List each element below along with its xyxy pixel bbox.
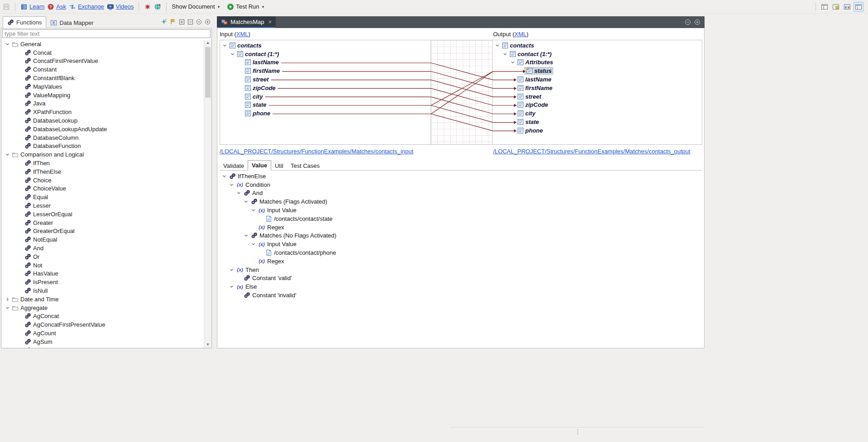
tree-group-row[interactable]: Aggregate	[1, 304, 204, 312]
chevron-icon[interactable]	[229, 284, 234, 289]
tab-validate[interactable]: Validate	[220, 161, 248, 171]
function-item[interactable]: Greater	[1, 219, 204, 227]
function-item[interactable]: DatabaseFunction	[1, 142, 204, 151]
function-item[interactable]: IfThen	[1, 159, 204, 167]
save-icon[interactable]	[3, 3, 10, 10]
maximize-icon[interactable]	[694, 19, 700, 25]
resource-perspective-button[interactable]	[831, 2, 841, 12]
schema-node[interactable]: city	[220, 92, 431, 101]
chevron-icon[interactable]	[230, 52, 235, 57]
test-run-label[interactable]: Test Run	[236, 3, 259, 10]
chevron-icon[interactable]	[251, 208, 256, 213]
function-item[interactable]: Or	[1, 252, 204, 261]
functions-scrollbar[interactable]: ▲ ▼	[204, 40, 211, 348]
input-structure-link[interactable]: /LOCAL_PROJECT/Structures/FunctionExampl…	[220, 148, 413, 155]
chevron-icon[interactable]	[495, 43, 500, 48]
chevron-icon[interactable]	[251, 242, 256, 247]
chevron-icon[interactable]	[244, 199, 249, 204]
schema-node[interactable]: city	[493, 109, 702, 118]
chevron-icon[interactable]	[5, 152, 10, 157]
scrollbar-thumb[interactable]	[205, 47, 211, 98]
ask-link[interactable]: Ask	[47, 3, 66, 10]
function-item[interactable]: IsPresent	[1, 278, 204, 286]
videos-link[interactable]: Videos	[107, 3, 134, 10]
function-item[interactable]: GreaterOrEqual	[1, 227, 204, 236]
value-tree-row[interactable]: And	[220, 189, 703, 198]
mapping-canvas[interactable]	[431, 40, 493, 144]
exchange-link[interactable]: Exchange	[69, 3, 104, 10]
filter-input[interactable]	[2, 29, 211, 38]
schema-node[interactable]: firstName	[220, 67, 431, 75]
function-item[interactable]: DatabaseColumn	[1, 133, 204, 142]
input-xml-link[interactable]: XML	[236, 31, 249, 38]
function-item[interactable]: Concat	[1, 48, 204, 57]
value-tree-row[interactable]: IfThenElse	[220, 172, 703, 181]
tab-functions[interactable]: Functions	[3, 16, 46, 28]
test-run-button[interactable]: Test Run ▾	[227, 3, 264, 10]
schema-node[interactable]: contacts	[493, 41, 702, 50]
tab-matchesmap[interactable]: MatchesMap ×	[217, 16, 276, 28]
schema-node[interactable]: phone	[493, 126, 702, 135]
schema-node[interactable]: Attributes	[493, 58, 702, 67]
function-item[interactable]: ConcatFirstPresentValue	[1, 57, 204, 66]
function-item[interactable]: HasValue	[1, 270, 204, 278]
chevron-icon[interactable]	[510, 60, 515, 65]
scroll-down-icon[interactable]: ▼	[204, 342, 211, 347]
function-item[interactable]: XPathFunction	[1, 108, 204, 116]
exchange-link-label[interactable]: Exchange	[78, 3, 104, 10]
function-item[interactable]: MapValues	[1, 82, 204, 91]
function-item[interactable]: Java	[1, 100, 204, 108]
function-item[interactable]: And	[1, 244, 204, 252]
schema-node[interactable]: state	[220, 101, 431, 109]
value-tree-row[interactable]: Matches (Flags Activated)	[220, 197, 703, 206]
schema-node[interactable]: zipCode	[220, 84, 431, 92]
learn-link-label[interactable]: Learn	[29, 3, 44, 10]
function-item[interactable]: IsNull	[1, 286, 204, 295]
tree-group-row[interactable]: General	[1, 40, 204, 48]
chevron-down-icon[interactable]: ▾	[218, 5, 220, 9]
function-item[interactable]: Constant	[1, 65, 204, 74]
function-item[interactable]: AgConcatFirstPresentValue	[1, 320, 204, 329]
value-tree-row[interactable]: (x)Then	[220, 266, 703, 274]
videos-link-label[interactable]: Videos	[116, 3, 134, 10]
collapse-all-icon[interactable]	[187, 19, 193, 25]
function-item[interactable]	[1, 346, 204, 348]
function-item[interactable]: ChoiceValue	[1, 185, 204, 193]
tree-group-row[interactable]: Date and Time	[1, 295, 204, 304]
tab-value[interactable]: Value	[248, 160, 271, 171]
value-tree-row[interactable]: (x)Else	[220, 282, 703, 291]
trim-handle[interactable]: ⋮	[575, 428, 581, 435]
chevron-icon[interactable]	[229, 182, 234, 187]
value-tree-row[interactable]: (x)Regex	[220, 257, 703, 266]
tab-test-cases[interactable]: Test Cases	[287, 161, 323, 171]
schema-node[interactable]: street	[493, 92, 702, 101]
schema-node[interactable]: zipCode	[493, 101, 702, 109]
value-tree-row[interactable]: Constant 'invalid'	[220, 291, 703, 299]
function-item[interactable]: Choice	[1, 176, 204, 185]
current-perspective-button[interactable]	[854, 2, 863, 12]
value-tree-row[interactable]: (x)Input Value	[220, 240, 703, 248]
chevron-icon[interactable]	[503, 52, 508, 57]
mapping-perspective-button[interactable]	[842, 2, 852, 12]
schema-node[interactable]: street	[220, 75, 431, 84]
function-item[interactable]: Equal	[1, 193, 204, 201]
output-structure-link[interactable]: /LOCAL_PROJECT/Structures/FunctionExampl…	[493, 148, 691, 155]
schema-node[interactable]: state	[493, 118, 702, 126]
ask-link-label[interactable]: Ask	[56, 3, 66, 10]
close-icon[interactable]: ×	[268, 19, 272, 25]
chevron-icon[interactable]	[5, 297, 10, 302]
value-tree-row[interactable]: Constant 'valid'	[220, 274, 703, 283]
chevron-icon[interactable]	[236, 190, 241, 195]
value-tree-row[interactable]: /contacts/contact/state	[220, 214, 703, 223]
schema-node[interactable]: lastName	[220, 58, 431, 67]
tab-util[interactable]: Util	[271, 161, 287, 171]
scroll-up-icon[interactable]: ▲	[204, 40, 211, 46]
globe-icon[interactable]	[154, 3, 161, 10]
minimize-icon[interactable]	[685, 19, 691, 25]
chevron-icon[interactable]	[229, 267, 234, 272]
schema-node[interactable]: contact (1:*)	[493, 50, 702, 58]
chevron-icon[interactable]	[244, 233, 249, 238]
schema-node[interactable]: contacts	[220, 41, 431, 50]
output-xml-link[interactable]: XML	[514, 31, 527, 38]
function-item[interactable]: IfThenElse	[1, 167, 204, 176]
